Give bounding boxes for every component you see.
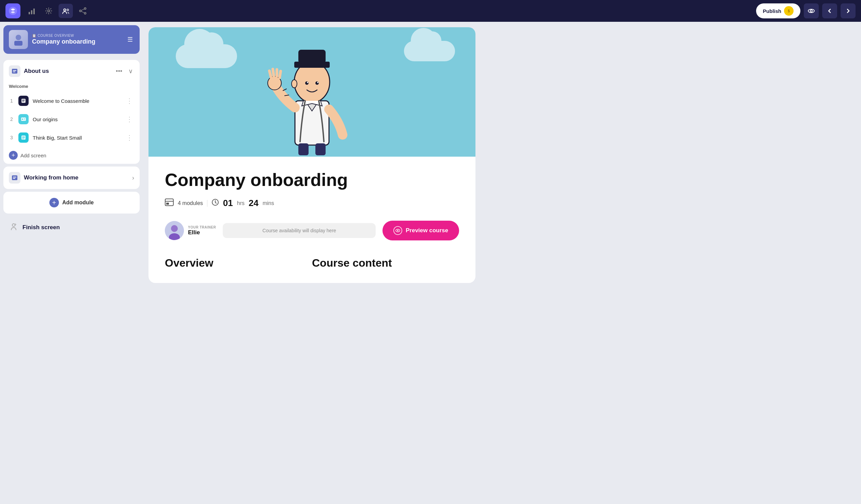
lesson-1[interactable]: 1 Welcome to Coassemble ⋮ xyxy=(3,92,140,110)
meta-divider-1 xyxy=(207,200,207,207)
lesson-2[interactable]: 2 Our origins ⋮ xyxy=(3,110,140,128)
svg-rect-2 xyxy=(31,10,32,14)
trainer-info: YOUR TRAINER Ellie xyxy=(188,226,216,236)
character-illustration xyxy=(258,33,367,156)
course-thumb-image xyxy=(9,30,28,49)
module-about-us-title: About us xyxy=(24,68,111,74)
add-screen-icon: + xyxy=(9,151,18,160)
lesson-1-icon xyxy=(18,96,29,106)
top-bar-icons xyxy=(25,4,90,18)
course-overview-info: 📋 COURSE OVERVIEW Company onboarding xyxy=(32,34,122,45)
top-bar: Publish $ xyxy=(0,0,861,22)
preview-toggle-button[interactable] xyxy=(804,3,819,18)
analytics-icon[interactable] xyxy=(25,4,39,18)
course-info: Company onboarding 4 modules xyxy=(149,156,476,254)
lesson-1-num: 1 xyxy=(9,98,14,104)
course-footer: YOUR TRAINER Ellie Course availability w… xyxy=(165,221,459,241)
section-welcome-label: Welcome xyxy=(3,82,140,92)
svg-rect-1 xyxy=(29,12,30,14)
svg-rect-40 xyxy=(298,50,326,63)
svg-rect-46 xyxy=(298,144,309,155)
finish-screen-item[interactable]: Finish screen xyxy=(3,216,140,239)
svg-point-41 xyxy=(305,81,309,85)
svg-rect-22 xyxy=(22,100,25,100)
modules-count: 4 modules xyxy=(178,200,203,206)
add-screen-button[interactable]: + Add screen xyxy=(3,147,140,164)
lesson-3-name: Think Big, Start Small xyxy=(33,135,121,141)
svg-point-42 xyxy=(315,81,319,85)
trainer-label: YOUR TRAINER xyxy=(188,226,216,229)
course-sections: Overview Course content xyxy=(149,254,476,283)
svg-point-4 xyxy=(48,10,50,12)
module-wfh-icon xyxy=(9,172,20,183)
svg-point-53 xyxy=(171,225,178,232)
course-title: Company onboarding xyxy=(165,170,459,190)
lesson-2-name: Our origins xyxy=(33,117,121,122)
svg-rect-34 xyxy=(13,178,15,179)
lesson-3[interactable]: 3 Think Big, Start Small ⋮ xyxy=(3,128,140,147)
preview-course-label: Preview course xyxy=(406,227,448,234)
lesson-3-num: 3 xyxy=(9,135,14,140)
sidebar-content: About us ••• ∨ Welcome 1 xyxy=(0,57,143,242)
module-about-us-expand-button[interactable]: ∨ xyxy=(127,66,134,76)
svg-point-6 xyxy=(67,9,69,11)
trainer-avatar xyxy=(165,221,184,240)
svg-point-8 xyxy=(84,13,86,14)
svg-rect-20 xyxy=(13,71,15,72)
svg-point-16 xyxy=(16,35,21,40)
cloud-right xyxy=(404,41,455,61)
share-icon[interactable] xyxy=(76,4,90,18)
lesson-2-more-button[interactable]: ⋮ xyxy=(125,114,134,124)
sidebar: 📋 COURSE OVERVIEW Company onboarding ☰ xyxy=(0,22,143,504)
finish-screen-label: Finish screen xyxy=(23,224,60,231)
course-overview-menu-button[interactable]: ☰ xyxy=(126,35,134,45)
course-overview-title: Company onboarding xyxy=(32,38,122,45)
preview-course-button[interactable]: Preview course xyxy=(382,221,459,241)
settings-icon[interactable] xyxy=(42,4,56,18)
nav-back-button[interactable] xyxy=(822,3,837,18)
svg-rect-47 xyxy=(315,144,326,155)
course-content-heading: Course content xyxy=(312,254,459,269)
svg-rect-32 xyxy=(12,175,17,180)
svg-rect-27 xyxy=(24,120,25,120)
module-about-us-header: About us ••• ∨ xyxy=(3,60,140,82)
add-module-button[interactable]: + Add module xyxy=(3,192,140,214)
svg-rect-18 xyxy=(12,69,17,73)
course-preview: Company onboarding 4 modules xyxy=(149,27,476,283)
nav-forward-button[interactable] xyxy=(840,3,856,18)
chevron-right-icon: › xyxy=(132,174,134,181)
svg-rect-50 xyxy=(166,203,169,205)
module-working-from-home[interactable]: Working from home › xyxy=(3,166,140,189)
svg-point-7 xyxy=(84,8,86,10)
availability-badge: Course availability will display here xyxy=(223,223,376,238)
svg-rect-31 xyxy=(22,139,24,139)
course-overview-label: 📋 COURSE OVERVIEW xyxy=(32,34,122,38)
lesson-2-num: 2 xyxy=(9,117,14,122)
svg-point-15 xyxy=(810,10,812,12)
svg-point-35 xyxy=(12,224,15,227)
module-about-us-menu-button[interactable]: ••• xyxy=(114,66,124,76)
team-icon[interactable] xyxy=(58,4,73,18)
hours-value: 01 xyxy=(223,198,233,208)
lesson-3-more-button[interactable]: ⋮ xyxy=(125,133,134,142)
modules-icon xyxy=(165,199,174,208)
main-content: Company onboarding 4 modules xyxy=(143,22,861,504)
trainer-name: Ellie xyxy=(188,229,216,236)
lesson-3-icon xyxy=(18,133,29,143)
module-about-us: About us ••• ∨ Welcome 1 xyxy=(3,60,140,164)
svg-rect-48 xyxy=(165,199,173,206)
trainer-section: YOUR TRAINER Ellie xyxy=(165,221,216,240)
add-screen-label: Add screen xyxy=(20,152,46,158)
module-about-us-icon xyxy=(9,65,20,77)
svg-point-56 xyxy=(397,230,398,231)
svg-rect-17 xyxy=(14,41,23,46)
logo-button[interactable] xyxy=(5,3,20,18)
publish-button[interactable]: Publish $ xyxy=(756,3,801,18)
lesson-1-name: Welcome to Coassemble xyxy=(33,98,121,104)
svg-rect-30 xyxy=(22,138,25,138)
course-overview-card[interactable]: 📋 COURSE OVERVIEW Company onboarding ☰ xyxy=(3,25,140,54)
publish-label: Publish xyxy=(763,8,781,14)
lesson-1-more-button[interactable]: ⋮ xyxy=(125,96,134,106)
svg-rect-19 xyxy=(13,70,16,71)
overview-heading: Overview xyxy=(165,254,312,269)
